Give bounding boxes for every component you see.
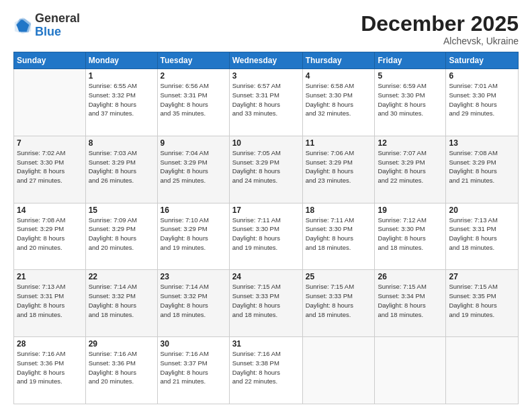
- day-info: Sunrise: 7:05 AM Sunset: 3:29 PM Dayligh…: [232, 148, 300, 185]
- calendar-week-row: 28Sunrise: 7:16 AM Sunset: 3:36 PM Dayli…: [14, 337, 519, 404]
- day-info: Sunrise: 7:01 AM Sunset: 3:30 PM Dayligh…: [449, 81, 515, 118]
- day-number: 16: [161, 205, 226, 215]
- table-row: 7Sunrise: 7:02 AM Sunset: 3:30 PM Daylig…: [14, 136, 86, 203]
- table-row: 13Sunrise: 7:08 AM Sunset: 3:29 PM Dayli…: [446, 136, 519, 203]
- table-row: 27Sunrise: 7:15 AM Sunset: 3:35 PM Dayli…: [446, 270, 519, 337]
- day-number: 6: [449, 71, 515, 81]
- col-sunday: Sunday: [14, 52, 86, 69]
- day-info: Sunrise: 7:15 AM Sunset: 3:33 PM Dayligh…: [306, 282, 372, 319]
- table-row: 28Sunrise: 7:16 AM Sunset: 3:36 PM Dayli…: [14, 337, 86, 404]
- day-info: Sunrise: 6:57 AM Sunset: 3:31 PM Dayligh…: [232, 81, 300, 118]
- logo: General Blue: [13, 12, 80, 39]
- day-info: Sunrise: 6:56 AM Sunset: 3:31 PM Dayligh…: [161, 81, 226, 118]
- day-number: 11: [306, 138, 372, 148]
- day-number: 27: [449, 272, 515, 281]
- day-info: Sunrise: 7:14 AM Sunset: 3:32 PM Dayligh…: [161, 282, 226, 319]
- table-row: 22Sunrise: 7:14 AM Sunset: 3:32 PM Dayli…: [85, 270, 157, 337]
- day-number: 2: [161, 71, 226, 81]
- table-row: [446, 337, 519, 404]
- day-info: Sunrise: 7:04 AM Sunset: 3:29 PM Dayligh…: [161, 148, 226, 185]
- table-row: 30Sunrise: 7:16 AM Sunset: 3:37 PM Dayli…: [157, 337, 229, 404]
- day-info: Sunrise: 7:02 AM Sunset: 3:30 PM Dayligh…: [17, 148, 83, 185]
- day-number: 5: [378, 71, 443, 81]
- day-info: Sunrise: 7:12 AM Sunset: 3:30 PM Dayligh…: [378, 216, 443, 253]
- col-saturday: Saturday: [446, 52, 519, 69]
- table-row: 10Sunrise: 7:05 AM Sunset: 3:29 PM Dayli…: [229, 136, 302, 203]
- day-number: 15: [89, 205, 154, 215]
- col-tuesday: Tuesday: [157, 52, 229, 69]
- day-number: 21: [17, 272, 83, 281]
- table-row: [375, 337, 446, 404]
- table-row: 2Sunrise: 6:56 AM Sunset: 3:31 PM Daylig…: [157, 69, 229, 136]
- calendar-week-row: 1Sunrise: 6:55 AM Sunset: 3:32 PM Daylig…: [14, 69, 519, 136]
- day-number: 4: [306, 71, 372, 81]
- day-number: 31: [232, 339, 300, 349]
- day-number: 12: [378, 138, 443, 148]
- day-number: 28: [17, 339, 83, 349]
- day-info: Sunrise: 7:16 AM Sunset: 3:36 PM Dayligh…: [17, 349, 83, 386]
- day-number: 1: [89, 71, 154, 81]
- day-number: 9: [161, 138, 226, 148]
- day-number: 14: [17, 205, 83, 215]
- logo-text: General Blue: [35, 12, 80, 39]
- day-number: 26: [378, 272, 443, 281]
- table-row: 3Sunrise: 6:57 AM Sunset: 3:31 PM Daylig…: [229, 69, 302, 136]
- day-info: Sunrise: 6:55 AM Sunset: 3:32 PM Dayligh…: [89, 81, 154, 118]
- table-row: 31Sunrise: 7:16 AM Sunset: 3:38 PM Dayli…: [229, 337, 302, 404]
- day-info: Sunrise: 7:03 AM Sunset: 3:29 PM Dayligh…: [89, 148, 154, 185]
- day-number: 22: [89, 272, 154, 281]
- day-number: 17: [232, 205, 300, 215]
- calendar-week-row: 21Sunrise: 7:13 AM Sunset: 3:31 PM Dayli…: [14, 270, 519, 337]
- day-number: 23: [161, 272, 226, 281]
- day-number: 8: [89, 138, 154, 148]
- header: General Blue December 2025 Alchevsk, Ukr…: [13, 12, 519, 46]
- day-info: Sunrise: 7:09 AM Sunset: 3:29 PM Dayligh…: [89, 216, 154, 253]
- table-row: 21Sunrise: 7:13 AM Sunset: 3:31 PM Dayli…: [14, 270, 86, 337]
- day-info: Sunrise: 7:13 AM Sunset: 3:31 PM Dayligh…: [17, 282, 83, 319]
- day-number: 24: [232, 272, 300, 281]
- page: General Blue December 2025 Alchevsk, Ukr…: [0, 0, 532, 411]
- calendar-week-row: 7Sunrise: 7:02 AM Sunset: 3:30 PM Daylig…: [14, 136, 519, 203]
- day-info: Sunrise: 7:14 AM Sunset: 3:32 PM Dayligh…: [89, 282, 154, 319]
- month-title: December 2025: [361, 12, 519, 36]
- logo-blue-text: Blue: [35, 26, 80, 39]
- table-row: 16Sunrise: 7:10 AM Sunset: 3:29 PM Dayli…: [157, 203, 229, 270]
- col-wednesday: Wednesday: [229, 52, 302, 69]
- day-info: Sunrise: 7:08 AM Sunset: 3:29 PM Dayligh…: [449, 148, 515, 185]
- logo-icon: [13, 16, 32, 35]
- col-monday: Monday: [85, 52, 157, 69]
- calendar-week-row: 14Sunrise: 7:08 AM Sunset: 3:29 PM Dayli…: [14, 203, 519, 270]
- day-number: 30: [161, 339, 226, 349]
- day-number: 19: [378, 205, 443, 215]
- day-info: Sunrise: 7:06 AM Sunset: 3:29 PM Dayligh…: [306, 148, 372, 185]
- day-number: 18: [306, 205, 372, 215]
- table-row: 20Sunrise: 7:13 AM Sunset: 3:31 PM Dayli…: [446, 203, 519, 270]
- table-row: 17Sunrise: 7:11 AM Sunset: 3:30 PM Dayli…: [229, 203, 302, 270]
- table-row: 19Sunrise: 7:12 AM Sunset: 3:30 PM Dayli…: [375, 203, 446, 270]
- table-row: 14Sunrise: 7:08 AM Sunset: 3:29 PM Dayli…: [14, 203, 86, 270]
- table-row: 29Sunrise: 7:16 AM Sunset: 3:36 PM Dayli…: [85, 337, 157, 404]
- table-row: 11Sunrise: 7:06 AM Sunset: 3:29 PM Dayli…: [302, 136, 375, 203]
- day-number: 25: [306, 272, 372, 281]
- day-info: Sunrise: 6:58 AM Sunset: 3:30 PM Dayligh…: [306, 81, 372, 118]
- table-row: 6Sunrise: 7:01 AM Sunset: 3:30 PM Daylig…: [446, 69, 519, 136]
- day-number: 20: [449, 205, 515, 215]
- day-info: Sunrise: 7:11 AM Sunset: 3:30 PM Dayligh…: [232, 216, 300, 253]
- day-info: Sunrise: 7:15 AM Sunset: 3:34 PM Dayligh…: [378, 282, 443, 319]
- day-info: Sunrise: 7:15 AM Sunset: 3:35 PM Dayligh…: [449, 282, 515, 319]
- day-info: Sunrise: 7:13 AM Sunset: 3:31 PM Dayligh…: [449, 216, 515, 253]
- table-row: 8Sunrise: 7:03 AM Sunset: 3:29 PM Daylig…: [85, 136, 157, 203]
- table-row: 18Sunrise: 7:11 AM Sunset: 3:30 PM Dayli…: [302, 203, 375, 270]
- day-info: Sunrise: 7:16 AM Sunset: 3:36 PM Dayligh…: [89, 349, 154, 386]
- day-info: Sunrise: 7:16 AM Sunset: 3:37 PM Dayligh…: [161, 349, 226, 386]
- col-thursday: Thursday: [302, 52, 375, 69]
- title-block: December 2025 Alchevsk, Ukraine: [361, 12, 519, 46]
- day-info: Sunrise: 7:11 AM Sunset: 3:30 PM Dayligh…: [306, 216, 372, 253]
- table-row: 25Sunrise: 7:15 AM Sunset: 3:33 PM Dayli…: [302, 270, 375, 337]
- calendar-table: Sunday Monday Tuesday Wednesday Thursday…: [13, 52, 519, 404]
- table-row: 15Sunrise: 7:09 AM Sunset: 3:29 PM Dayli…: [85, 203, 157, 270]
- calendar-header-row: Sunday Monday Tuesday Wednesday Thursday…: [14, 52, 519, 69]
- day-info: Sunrise: 7:16 AM Sunset: 3:38 PM Dayligh…: [232, 349, 300, 386]
- table-row: 1Sunrise: 6:55 AM Sunset: 3:32 PM Daylig…: [85, 69, 157, 136]
- day-number: 29: [89, 339, 154, 349]
